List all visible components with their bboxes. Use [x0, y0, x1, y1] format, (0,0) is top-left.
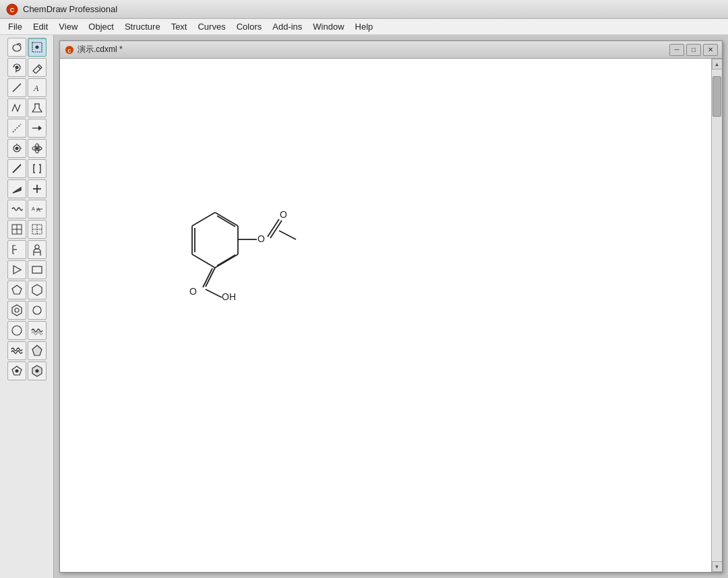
bond-line-tool[interactable] [7, 78, 26, 97]
menu-item-colors[interactable]: Colors [231, 20, 268, 33]
dash-bond-tool[interactable] [7, 119, 26, 138]
svg-point-32 [35, 245, 39, 249]
document-window: C 演示.cdxml * ─ □ ✕ [59, 40, 723, 573]
arrow-tool[interactable] [28, 119, 47, 138]
bracket-tool[interactable] [28, 159, 47, 178]
svg-point-44 [16, 370, 18, 372]
svg-text:C: C [67, 48, 71, 53]
atom-map-tool[interactable] [7, 139, 26, 158]
svg-line-10 [13, 124, 21, 132]
vertical-scrollbar[interactable]: ▲ ▼ [711, 59, 722, 572]
doc-minimize-btn[interactable]: ─ [669, 44, 684, 56]
pentagon-tool[interactable] [7, 281, 26, 299]
svg-line-64 [206, 268, 215, 287]
resize-tool[interactable]: A A [28, 200, 47, 219]
svg-line-19 [13, 165, 21, 173]
penta-filled-tool[interactable] [28, 341, 47, 360]
toolbar-row-5 [7, 119, 47, 138]
menu-item-structure[interactable]: Structure [119, 20, 166, 33]
toolbar-row-9: A A [7, 200, 47, 219]
svg-line-56 [217, 255, 235, 266]
svg-point-39 [15, 308, 19, 312]
toolbar-row-10 [7, 220, 47, 239]
menu-bar: FileEditViewObjectStructureTextCurvesCol… [0, 19, 728, 35]
svg-point-18 [36, 148, 38, 150]
app-icon: C [5, 3, 19, 16]
hex-filled-tool[interactable] [28, 362, 47, 380]
wavy-bond-tool[interactable] [7, 200, 26, 219]
chain-tool[interactable] [7, 98, 26, 117]
menu-item-text[interactable]: Text [166, 20, 193, 33]
svg-point-40 [33, 306, 41, 314]
erase-tool[interactable] [28, 58, 47, 77]
orbital-tool[interactable] [28, 139, 47, 158]
svg-point-13 [16, 147, 18, 150]
svg-point-5 [16, 66, 18, 69]
svg-marker-38 [12, 305, 22, 316]
svg-text:A: A [33, 84, 39, 93]
select-tool[interactable] [28, 38, 47, 57]
rect-shape-tool[interactable] [28, 260, 47, 279]
toolbar-row-17 [7, 362, 47, 380]
table-dots-tool[interactable] [28, 220, 47, 239]
single-bond-tool[interactable] [7, 159, 26, 178]
bracket2-tool[interactable] [7, 240, 26, 259]
toolbar-row-12 [7, 260, 47, 279]
menu-item-file[interactable]: File [3, 20, 28, 33]
menu-item-object[interactable]: Object [83, 20, 119, 33]
menu-item-add-ins[interactable]: Add-ins [267, 20, 307, 33]
toolbar-row-11 [7, 240, 47, 259]
toolbar-row-4 [7, 98, 47, 117]
menu-item-edit[interactable]: Edit [28, 20, 53, 33]
rotate-tool[interactable] [7, 58, 26, 77]
hexagon-tool[interactable] [28, 281, 47, 299]
toolbar-row-8 [7, 179, 47, 198]
flask-tool[interactable] [28, 98, 47, 117]
svg-line-54 [192, 212, 215, 226]
svg-marker-36 [12, 285, 22, 294]
doc-icon: C [64, 45, 75, 55]
doc-canvas-wrapper: O O [60, 59, 722, 572]
toolbar-row-14 [7, 301, 47, 320]
content-area: C 演示.cdxml * ─ □ ✕ [54, 35, 728, 578]
menu-item-view[interactable]: View [53, 20, 83, 33]
circle-sm-tool[interactable] [28, 301, 47, 320]
wave2-tool[interactable] [7, 341, 26, 360]
svg-line-7 [13, 84, 21, 92]
play-tool[interactable] [7, 260, 26, 279]
table-tool[interactable] [7, 220, 26, 239]
menu-item-curves[interactable]: Curves [192, 20, 231, 33]
lasso-tool[interactable] [7, 38, 26, 57]
svg-line-67 [206, 289, 222, 297]
penta-outline-tool[interactable] [7, 362, 26, 380]
circle-lg-tool[interactable] [7, 321, 26, 340]
wave1-tool[interactable] [28, 321, 47, 340]
app-title: ChemDraw Professional [23, 4, 117, 14]
text-tool[interactable]: A [28, 78, 47, 97]
scroll-track[interactable] [712, 69, 722, 561]
svg-point-41 [12, 326, 22, 335]
scroll-up-arrow[interactable]: ▲ [712, 59, 723, 69]
doc-restore-btn[interactable]: □ [686, 44, 701, 56]
main-layout: A [0, 35, 728, 578]
plus-tool[interactable] [28, 179, 47, 198]
svg-text:O: O [189, 286, 197, 297]
svg-rect-35 [32, 266, 42, 273]
toolbar-row-13 [7, 281, 47, 299]
menu-item-window[interactable]: Window [307, 20, 349, 33]
svg-line-52 [192, 254, 215, 268]
menu-item-help[interactable]: Help [350, 20, 379, 33]
svg-text:O: O [280, 209, 287, 220]
wedge-bond-tool[interactable] [7, 179, 26, 198]
hex-ring-tool[interactable] [7, 301, 26, 320]
scroll-down-arrow[interactable]: ▼ [712, 561, 723, 572]
toolbar-row-1 [7, 38, 47, 57]
scroll-thumb[interactable] [712, 76, 721, 117]
doc-canvas[interactable]: O O [60, 59, 711, 572]
doc-title-text: 演示.cdxml * [78, 44, 667, 55]
doc-close-btn[interactable]: ✕ [703, 44, 718, 56]
toolbar-row-3: A [7, 78, 47, 97]
toolbar-row-7 [7, 159, 47, 178]
svg-point-4 [36, 46, 38, 49]
person-tool[interactable] [28, 240, 47, 259]
